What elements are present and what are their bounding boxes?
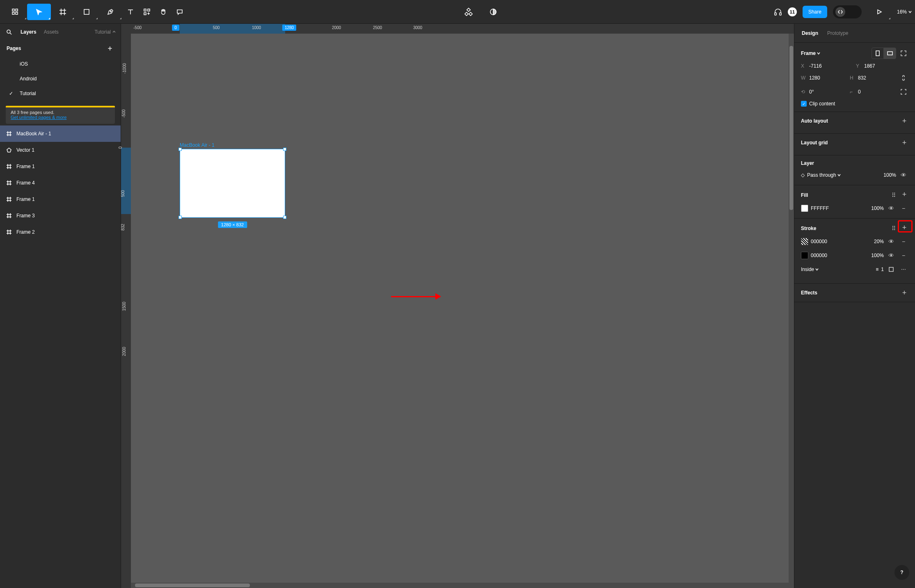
left-panel: Layers Assets Tutorial Pages + iOS Andro… — [0, 24, 121, 588]
layers-tab[interactable]: Layers — [21, 29, 37, 35]
design-tab[interactable]: Design — [802, 30, 818, 36]
svg-rect-21 — [775, 13, 776, 15]
stroke-visibility-icon[interactable]: 👁 — [886, 251, 896, 260]
height-input[interactable]: 832 — [858, 75, 866, 81]
canvas-area[interactable]: -500 0 500 1000 1280 2000 2500 3000 -100… — [121, 24, 794, 588]
clip-content-checkbox[interactable]: ✓ — [801, 101, 807, 107]
frame-icon — [6, 180, 12, 186]
main-menu-button[interactable] — [3, 4, 27, 20]
layer-item[interactable]: Frame 3 — [0, 207, 121, 224]
hand-tool[interactable] — [155, 4, 172, 20]
layer-section-label: Layer — [801, 160, 814, 166]
search-icon[interactable] — [5, 28, 13, 36]
blend-mode-dropdown[interactable]: Pass through — [807, 172, 841, 178]
visibility-icon[interactable]: 👁 — [899, 170, 908, 180]
remove-stroke-button[interactable]: − — [899, 237, 908, 246]
remove-stroke-button[interactable]: − — [899, 251, 908, 260]
stroke-hex[interactable]: 000000 — [811, 253, 827, 258]
stroke-opacity[interactable]: 20% — [874, 239, 884, 244]
fill-label: Fill — [801, 192, 808, 198]
resize-handle[interactable] — [283, 148, 286, 151]
landscape-button[interactable] — [884, 48, 896, 59]
layer-opacity-input[interactable]: 100% — [883, 172, 896, 178]
x-input[interactable]: -7116 — [809, 63, 822, 69]
page-selector[interactable]: Tutorial — [94, 29, 116, 35]
layer-item[interactable]: Vector 1 — [0, 142, 121, 158]
vertical-scrollbar[interactable] — [789, 34, 794, 588]
resources-tool[interactable] — [139, 4, 155, 20]
resize-to-fit-icon[interactable] — [899, 48, 908, 58]
stroke-position-dropdown[interactable]: Inside — [801, 267, 819, 272]
shape-tool[interactable] — [75, 4, 98, 20]
add-auto-layout-button[interactable]: + — [900, 117, 908, 125]
prototype-tab[interactable]: Prototype — [827, 30, 848, 36]
upsell-link[interactable]: Get unlimited pages & more — [11, 115, 110, 120]
stroke-weight-input[interactable]: 1 — [881, 267, 884, 272]
fill-hex[interactable]: FFFFFF — [811, 205, 829, 211]
stroke-weight-icon: ≡ — [876, 267, 878, 272]
fill-styles-icon[interactable]: ⠿ — [889, 190, 899, 200]
stroke-per-side-icon[interactable] — [886, 264, 896, 274]
layer-item[interactable]: Frame 2 — [0, 224, 121, 240]
page-item[interactable]: Tutorial — [0, 86, 121, 101]
add-page-button[interactable]: + — [106, 44, 114, 52]
y-input[interactable]: 1867 — [864, 63, 875, 69]
comment-tool[interactable] — [172, 4, 188, 20]
zoom-dropdown[interactable]: 16% — [897, 9, 912, 15]
rotation-input[interactable]: 0° — [809, 89, 814, 95]
text-tool[interactable] — [122, 4, 139, 20]
stroke-visibility-icon[interactable]: 👁 — [886, 237, 896, 246]
actions-icon[interactable] — [460, 4, 477, 20]
layer-item[interactable]: Frame 4 — [0, 175, 121, 191]
resize-handle[interactable] — [178, 216, 182, 219]
top-toolbar: 11 Share 16% — [0, 0, 915, 24]
constrain-proportions-icon[interactable] — [899, 73, 908, 83]
stroke-opacity[interactable]: 100% — [871, 253, 884, 258]
independent-corners-icon[interactable] — [899, 87, 908, 97]
present-button[interactable] — [867, 4, 891, 20]
dark-mode-icon[interactable] — [485, 4, 501, 20]
radius-input[interactable]: 0 — [858, 89, 861, 95]
fill-swatch[interactable] — [801, 205, 808, 212]
move-tool[interactable] — [27, 4, 51, 20]
fill-opacity[interactable]: 100% — [871, 205, 884, 211]
frame-icon — [6, 229, 12, 235]
fill-visibility-icon[interactable]: 👁 — [886, 203, 896, 213]
assets-tab[interactable]: Assets — [44, 29, 59, 35]
effects-label: Effects — [801, 290, 817, 296]
dev-mode-toggle[interactable] — [833, 5, 862, 18]
add-fill-button[interactable]: + — [900, 190, 908, 198]
frame-type-dropdown[interactable]: Frame — [801, 50, 820, 56]
frame-on-canvas[interactable]: MacBook Air - 1 1280 × 832 — [180, 142, 285, 218]
resize-handle[interactable] — [283, 216, 286, 219]
stroke-swatch[interactable] — [801, 238, 808, 245]
user-avatar[interactable]: 11 — [788, 7, 797, 16]
stroke-styles-icon[interactable]: ⠿ — [889, 223, 899, 233]
layer-item[interactable]: MacBook Air - 1 — [0, 125, 121, 142]
horizontal-scrollbar[interactable] — [131, 583, 789, 588]
stroke-swatch[interactable] — [801, 252, 808, 259]
resize-handle[interactable] — [178, 148, 182, 151]
frame-tool[interactable] — [51, 4, 75, 20]
svg-rect-8 — [84, 9, 89, 14]
headphones-icon[interactable] — [774, 4, 782, 20]
layer-item[interactable]: Frame 1 — [0, 158, 121, 175]
svg-rect-18 — [465, 12, 468, 15]
share-button[interactable]: Share — [803, 6, 827, 18]
page-item[interactable]: Android — [0, 71, 121, 86]
layer-item[interactable]: Frame 1 — [0, 191, 121, 207]
frame-icon — [6, 196, 12, 203]
stroke-hex[interactable]: 000000 — [811, 239, 827, 244]
width-input[interactable]: 1280 — [809, 75, 820, 81]
add-effect-button[interactable]: + — [900, 289, 908, 297]
add-layout-grid-button[interactable]: + — [900, 139, 908, 147]
blend-mode-icon: ◇ — [801, 172, 805, 178]
help-button[interactable]: ? — [894, 565, 909, 580]
page-item[interactable]: iOS — [0, 57, 121, 71]
pages-label: Pages — [7, 46, 21, 51]
frame-label[interactable]: MacBook Air - 1 — [180, 142, 285, 148]
remove-fill-button[interactable]: − — [899, 203, 908, 213]
portrait-button[interactable] — [872, 48, 884, 59]
pen-tool[interactable] — [98, 4, 122, 20]
stroke-advanced-icon[interactable]: ⋯ — [899, 264, 908, 274]
